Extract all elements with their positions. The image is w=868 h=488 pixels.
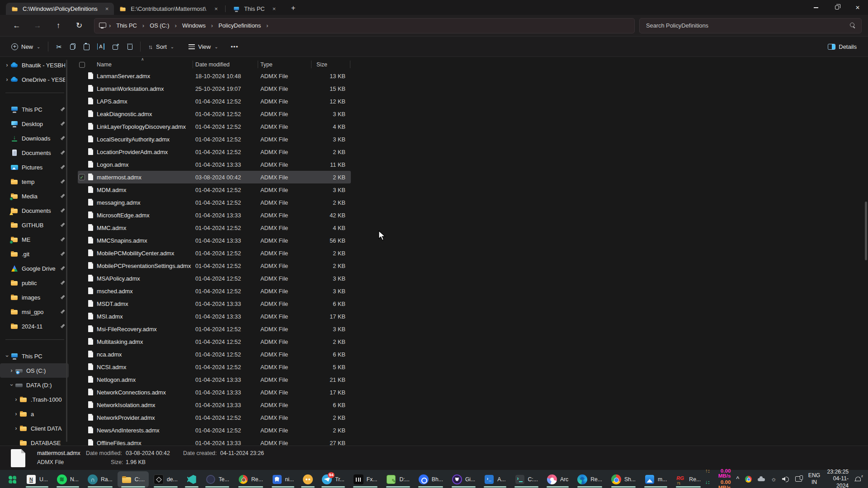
language-indicator[interactable]: ENG IN bbox=[808, 472, 820, 486]
new-button[interactable]: New ⌄ bbox=[7, 40, 44, 53]
file-row[interactable]: MSAPolicy.admx01-04-2024 12:52ADMX File3… bbox=[78, 272, 351, 285]
taskbar-item-github[interactable]: Gi... bbox=[448, 471, 479, 488]
sidebar-item--trash-1000[interactable]: ›.Trash-1000 bbox=[0, 392, 69, 407]
file-row[interactable]: MMC.admx01-04-2024 12:52ADMX File4 KB bbox=[78, 221, 351, 234]
breadcrumb-segment[interactable]: PolicyDefinitions bbox=[214, 20, 265, 31]
brightness-icon[interactable]: ☼ bbox=[771, 475, 777, 483]
close-tab-icon[interactable]: × bbox=[213, 5, 219, 12]
more-button[interactable]: ••• bbox=[227, 40, 243, 53]
row-checkbox[interactable]: ✓ bbox=[79, 174, 85, 180]
taskbar-item-clover[interactable] bbox=[3, 471, 21, 488]
taskbar-item-chrome[interactable]: Sh... bbox=[607, 471, 640, 488]
details-pane-toggle[interactable]: Details bbox=[824, 40, 861, 53]
network-speed-widget[interactable]: ↑:0.00 MB/s ↓:0.00 MB/s bbox=[705, 468, 731, 488]
file-row[interactable]: MicrosoftEdge.admx01-04-2024 13:33ADMX F… bbox=[78, 209, 351, 221]
address-bar[interactable]: ›This PC›OS (C:)›Windows›PolicyDefinitio… bbox=[94, 18, 635, 33]
taskbar-item-terminal[interactable]: C:... bbox=[511, 471, 542, 488]
file-row[interactable]: MSI.admx01-04-2024 13:33ADMX File17 KB bbox=[78, 310, 351, 323]
taskbar-item-darkapp[interactable]: Te... bbox=[202, 471, 233, 488]
sidebar-item-onedrive-yese[interactable]: ›OneDrive - YESE bbox=[0, 72, 69, 87]
taskbar-item-cube[interactable]: de... bbox=[150, 471, 182, 488]
sidebar-item-downloads[interactable]: Downloads bbox=[0, 131, 69, 145]
sidebar-item-bhautik-yesbh[interactable]: ›Bhautik - YESBH bbox=[0, 58, 69, 72]
sidebar-item-this-pc[interactable]: This PC bbox=[0, 102, 69, 117]
file-row[interactable]: Msi-FileRecovery.admx01-04-2024 12:52ADM… bbox=[78, 323, 351, 335]
new-tab-button[interactable]: + bbox=[288, 4, 298, 12]
vertical-scrollbar[interactable] bbox=[865, 202, 867, 260]
file-row[interactable]: LinkLayerTopologyDiscovery.admx01-04-202… bbox=[78, 120, 351, 133]
file-row[interactable]: MobilePCPresentationSettings.admx01-04-2… bbox=[78, 259, 351, 272]
sort-button[interactable]: ↑↓ Sort ⌄ bbox=[144, 40, 178, 53]
taskbar-item-eq[interactable]: Fx... bbox=[349, 471, 382, 488]
taskbar-item-explorer[interactable]: C:... bbox=[118, 471, 149, 488]
file-row[interactable]: MMCSnapins.admx01-04-2024 13:33ADMX File… bbox=[78, 234, 351, 247]
sidebar-item-temp[interactable]: temp bbox=[0, 174, 69, 189]
column-divider[interactable] bbox=[311, 61, 311, 68]
sidebar-scrollbar[interactable] bbox=[66, 60, 67, 442]
tab-1[interactable]: C:\Windows\PolicyDefinitions× bbox=[6, 3, 114, 15]
sidebar-item-images[interactable]: images bbox=[0, 290, 69, 305]
search-input[interactable] bbox=[645, 22, 846, 29]
cut-button[interactable]: ✂ bbox=[52, 40, 66, 53]
taskbar-item-powershell[interactable]: A... bbox=[480, 471, 509, 488]
file-row[interactable]: NewsAndInterests.admx01-04-2024 12:52ADM… bbox=[78, 424, 351, 436]
select-all-checkbox[interactable] bbox=[79, 62, 85, 68]
file-row[interactable]: NetworkIsolation.admx01-04-2024 13:33ADM… bbox=[78, 399, 351, 411]
copy-button[interactable] bbox=[66, 40, 80, 53]
column-header-date-modified[interactable]: Date modified bbox=[193, 61, 258, 68]
file-row[interactable]: nca.admx01-04-2024 12:52ADMX File6 KB bbox=[78, 348, 351, 361]
clock[interactable]: 23:26:25 04-11-2024 bbox=[826, 469, 849, 488]
file-row[interactable]: LanmanWorkstation.admx25-10-2024 19:07AD… bbox=[78, 82, 351, 95]
column-header-type[interactable]: Type bbox=[258, 61, 311, 68]
restore-button[interactable] bbox=[826, 0, 847, 15]
chrome-tray-icon[interactable] bbox=[745, 475, 752, 483]
file-row[interactable]: MDM.admx01-04-2024 12:52ADMX File3 KB bbox=[78, 183, 351, 196]
tray-expand-icon[interactable]: ^ bbox=[736, 475, 739, 483]
taskbar-item-npp[interactable]: D:... bbox=[382, 471, 413, 488]
file-row[interactable]: NetworkConnections.admx01-04-2024 13:33A… bbox=[78, 386, 351, 399]
taskbar-item-edge[interactable]: Re... bbox=[573, 471, 606, 488]
search-box[interactable] bbox=[639, 18, 862, 33]
file-row[interactable]: LAPS.admx01-04-2024 12:52ADMX File12 KB bbox=[78, 95, 351, 108]
sidebar-item-data-d-[interactable]: ›DATA (D:) bbox=[0, 378, 69, 392]
notification-bell-icon[interactable]: z bbox=[854, 475, 862, 483]
tab-2[interactable]: E:\Contributation\Mattermost\...× bbox=[114, 3, 223, 15]
sidebar-item-desktop[interactable]: Desktop bbox=[0, 117, 69, 131]
minimize-button[interactable] bbox=[806, 0, 826, 15]
taskbar-item-vscode[interactable] bbox=[183, 471, 201, 488]
chevron-right-icon[interactable]: › bbox=[13, 425, 19, 432]
share-button[interactable] bbox=[108, 41, 123, 53]
chevron-right-icon[interactable]: › bbox=[13, 411, 19, 417]
taskbar-item-discord[interactable] bbox=[299, 471, 317, 488]
chevron-right-icon[interactable]: › bbox=[8, 367, 15, 374]
file-row[interactable]: LocalSecurityAuthority.admx01-04-2024 12… bbox=[78, 133, 351, 145]
taskbar-item-telegram[interactable]: 94Tr... bbox=[318, 471, 349, 488]
file-row[interactable]: LanmanServer.admx18-10-2024 10:48ADMX Fi… bbox=[78, 70, 351, 82]
taskbar-item-arc[interactable]: Arc bbox=[543, 471, 572, 488]
volume-icon[interactable] bbox=[782, 475, 790, 483]
file-row[interactable]: Logon.admx01-04-2024 13:33ADMX File11 KB bbox=[78, 158, 351, 171]
file-row[interactable]: NetworkProvider.admx01-04-2024 12:52ADMX… bbox=[78, 411, 351, 424]
file-row[interactable]: ✓mattermost.admx03-08-2024 00:42ADMX Fil… bbox=[78, 171, 351, 183]
column-divider[interactable] bbox=[193, 61, 193, 68]
refresh-button[interactable]: ↻ bbox=[69, 21, 90, 30]
chevron-right-icon[interactable]: › bbox=[4, 76, 10, 83]
paste-button[interactable] bbox=[80, 40, 93, 53]
breadcrumb-segment[interactable]: This PC bbox=[112, 20, 141, 31]
forward-button[interactable]: → bbox=[27, 21, 48, 30]
back-button[interactable]: ← bbox=[6, 21, 27, 30]
view-button[interactable]: View ⌄ bbox=[184, 40, 222, 53]
column-divider[interactable] bbox=[258, 61, 258, 68]
sidebar-item-documents[interactable]: Documents bbox=[0, 145, 69, 160]
sidebar-item-a[interactable]: ›a bbox=[0, 407, 69, 421]
file-row[interactable]: NCSI.admx01-04-2024 12:52ADMX File5 KB bbox=[78, 361, 351, 373]
sidebar-item-me[interactable]: ME bbox=[0, 232, 69, 247]
sidebar-item-2024-11[interactable]: 2024-11 bbox=[0, 319, 69, 333]
chevron-down-icon[interactable]: › bbox=[9, 382, 15, 389]
close-button[interactable]: ✕ bbox=[847, 0, 868, 15]
file-row[interactable]: MSDT.admx01-04-2024 13:33ADMX File6 KB bbox=[78, 297, 351, 310]
column-header-name[interactable]: Name bbox=[97, 61, 193, 68]
rename-button[interactable]: A bbox=[93, 40, 108, 53]
taskbar-item-chromeprofile[interactable]: Re... bbox=[234, 471, 267, 488]
taskbar-item-spotify[interactable]: N... bbox=[53, 471, 83, 488]
